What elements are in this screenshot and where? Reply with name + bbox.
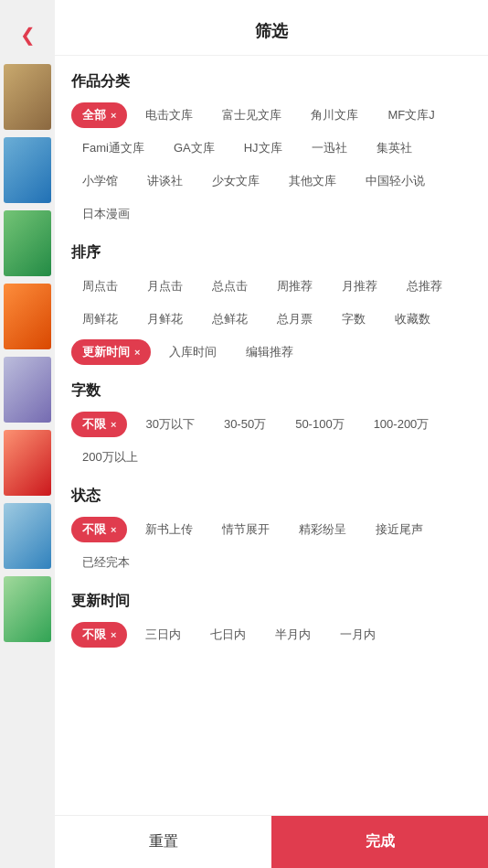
category-tag-4[interactable]: MF文库J [377,102,445,128]
wordcount-title: 字数 [71,381,472,401]
wordcount-tag-1[interactable]: 30万以下 [134,412,205,437]
reset-button[interactable]: 重置 [55,816,271,868]
status-tags: 不限×新书上传情节展开精彩纷呈接近尾声已经完本 [71,517,472,575]
book-thumbnails [0,64,55,649]
status-tag-3[interactable]: 精彩纷呈 [288,517,357,542]
category-tag-8[interactable]: 一迅社 [301,135,358,161]
category-tag-2[interactable]: 富士见文库 [211,102,292,128]
category-tag-12[interactable]: 少女文库 [201,168,271,194]
sort-tag-0[interactable]: 周点击 [71,273,129,299]
category-tag-10[interactable]: 小学馆 [71,168,129,194]
book-thumb-8 [4,576,51,642]
category-tag-1[interactable]: 电击文库 [134,102,204,128]
update-time-tags: 不限×三日内七日内半月内一月内 [71,622,472,648]
category-tag-11[interactable]: 讲谈社 [136,168,194,194]
book-thumb-2 [4,137,51,203]
back-icon: ❮ [20,24,36,46]
wordcount-tag-5[interactable]: 200万以上 [71,445,149,470]
category-tag-6[interactable]: GA文库 [163,135,226,161]
update-time-tag-4[interactable]: 一月内 [329,622,387,648]
book-thumb-5 [4,357,51,423]
sort-tags: 周点击月点击总点击周推荐月推荐总推荐周鲜花月鲜花总鲜花总月票字数收藏数更新时间×… [71,273,472,365]
sort-tag-2[interactable]: 总点击 [201,273,259,299]
wordcount-tag-4[interactable]: 100-200万 [363,412,440,437]
wordcount-tag-0[interactable]: 不限× [71,412,127,437]
status-tag-5[interactable]: 已经完本 [71,550,141,575]
book-thumb-4 [4,284,51,349]
close-icon: × [134,347,140,358]
close-icon: × [111,629,116,640]
status-tag-4[interactable]: 接近尾声 [365,517,434,542]
category-tag-13[interactable]: 其他文库 [278,168,347,194]
category-tag-9[interactable]: 集英社 [366,135,423,161]
category-tags: 全部×电击文库富士见文库角川文库MF文库JFami通文库GA文库HJ文库一迅社集… [71,102,472,227]
book-thumb-1 [4,64,51,130]
book-thumb-3 [4,210,51,276]
sort-tag-3[interactable]: 周推荐 [266,273,324,299]
update-time-tag-3[interactable]: 半月内 [264,622,322,648]
update-time-tag-0[interactable]: 不限× [71,622,127,648]
update-time-section: 更新时间 不限×三日内七日内半月内一月内 [71,592,472,648]
status-tag-2[interactable]: 情节展开 [211,517,281,542]
sort-tag-10[interactable]: 字数 [331,306,377,332]
category-tag-3[interactable]: 角川文库 [300,102,369,128]
category-tag-7[interactable]: HJ文库 [233,135,293,161]
close-icon: × [111,524,116,535]
panel-footer: 重置 完成 [55,815,488,868]
book-thumb-7 [4,503,51,569]
filter-panel: 筛选 作品分类 全部×电击文库富士见文库角川文库MF文库JFami通文库GA文库… [55,0,488,868]
status-title: 状态 [71,487,472,506]
done-button[interactable]: 完成 [271,816,488,868]
book-thumb-6 [4,430,51,496]
sort-tag-8[interactable]: 总鲜花 [201,306,259,332]
back-button[interactable]: ❮ [11,18,44,51]
update-time-tag-2[interactable]: 七日内 [199,622,257,648]
wordcount-tag-2[interactable]: 30-50万 [213,412,277,437]
category-tag-14[interactable]: 中国轻小说 [355,168,436,194]
sort-tag-12[interactable]: 更新时间× [71,339,151,365]
status-tag-1[interactable]: 新书上传 [134,517,204,542]
close-icon: × [111,110,116,121]
wordcount-tag-3[interactable]: 50-100万 [284,412,355,437]
category-tag-0[interactable]: 全部× [71,102,127,128]
sort-tag-1[interactable]: 月点击 [136,273,194,299]
status-section: 状态 不限×新书上传情节展开精彩纷呈接近尾声已经完本 [71,487,472,575]
category-section: 作品分类 全部×电击文库富士见文库角川文库MF文库JFami通文库GA文库HJ文… [71,72,472,227]
close-icon: × [111,419,116,430]
category-tag-5[interactable]: Fami通文库 [71,135,155,161]
panel-body: 作品分类 全部×电击文库富士见文库角川文库MF文库JFami通文库GA文库HJ文… [55,56,488,815]
wordcount-tags: 不限×30万以下30-50万50-100万100-200万200万以上 [71,412,472,470]
update-time-tag-1[interactable]: 三日内 [134,622,192,648]
panel-title: 筛选 [55,0,488,56]
sort-tag-6[interactable]: 周鲜花 [71,306,129,332]
category-tag-15[interactable]: 日本漫画 [71,201,141,227]
update-time-title: 更新时间 [71,592,472,611]
sort-tag-7[interactable]: 月鲜花 [136,306,194,332]
sort-tag-13[interactable]: 入库时间 [158,339,228,365]
sort-tag-4[interactable]: 月推荐 [331,273,388,299]
category-title: 作品分类 [71,72,472,91]
status-tag-0[interactable]: 不限× [71,517,127,542]
wordcount-section: 字数 不限×30万以下30-50万50-100万100-200万200万以上 [71,381,472,470]
sort-section: 排序 周点击月点击总点击周推荐月推荐总推荐周鲜花月鲜花总鲜花总月票字数收藏数更新… [71,243,472,365]
sort-tag-5[interactable]: 总推荐 [396,273,453,299]
sort-title: 排序 [71,243,472,263]
sort-tag-11[interactable]: 收藏数 [384,306,441,332]
sort-tag-14[interactable]: 编辑推荐 [235,339,304,365]
sort-tag-9[interactable]: 总月票 [266,306,324,332]
